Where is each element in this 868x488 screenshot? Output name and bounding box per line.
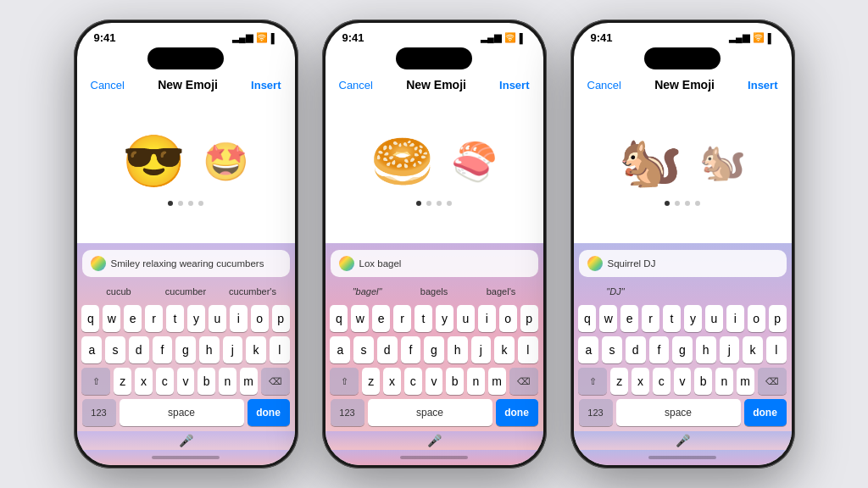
emoji-primary-3[interactable]: 🐿️ [619,136,682,187]
key-j-2[interactable]: j [471,336,492,363]
key-g-3[interactable]: g [672,336,693,363]
key-j-3[interactable]: j [720,336,740,363]
key-p-1[interactable]: p [272,305,290,332]
mic-icon-2[interactable]: 🎤 [427,434,442,447]
key-m-2[interactable]: m [488,368,506,395]
key-q-1[interactable]: q [81,305,99,332]
space-key-3[interactable]: space [616,399,741,426]
key-m-3[interactable]: m [737,368,754,395]
space-key-2[interactable]: space [368,399,492,426]
key-t-3[interactable]: t [663,305,681,332]
emoji-secondary-2[interactable]: 🍣 [451,143,498,180]
key-z-1[interactable]: z [114,368,131,395]
key-x-2[interactable]: x [383,368,401,395]
autocomplete-2-1[interactable]: "bagel" [334,285,401,298]
key-t-2[interactable]: t [415,305,432,332]
shift-key-3[interactable]: ⇧ [578,368,607,395]
emoji-secondary-1[interactable]: 🤩 [203,143,249,180]
insert-button-1[interactable]: Insert [251,79,281,92]
key-123-2[interactable]: 123 [331,399,364,426]
done-key-2[interactable]: done [496,399,538,426]
mic-icon-1[interactable]: 🎤 [179,434,193,447]
key-i-3[interactable]: i [726,305,744,332]
key-a-2[interactable]: a [330,336,350,363]
key-e-2[interactable]: e [372,305,390,332]
delete-key-1[interactable]: ⌫ [261,368,290,395]
key-p-2[interactable]: p [520,305,538,332]
key-l-2[interactable]: l [518,336,538,363]
key-e-1[interactable]: e [124,305,142,332]
key-a-1[interactable]: a [81,336,102,363]
key-o-2[interactable]: o [499,305,517,332]
key-h-3[interactable]: h [696,336,716,363]
autocomplete-1-1[interactable]: cucub [86,285,153,298]
key-f-3[interactable]: f [649,336,670,363]
cancel-button-2[interactable]: Cancel [339,79,373,92]
key-w-3[interactable]: w [599,305,617,332]
key-f-1[interactable]: f [153,336,173,363]
key-a-3[interactable]: a [578,336,598,363]
key-u-1[interactable]: u [209,305,226,332]
key-s-3[interactable]: s [602,336,622,363]
space-key-1[interactable]: space [120,399,244,426]
autocomplete-2-3[interactable]: bagel's [468,285,535,298]
key-w-1[interactable]: w [103,305,120,332]
key-o-3[interactable]: o [748,305,765,332]
search-field-3[interactable]: Squirrel DJ [579,250,787,277]
key-w-2[interactable]: w [351,305,369,332]
key-b-3[interactable]: b [694,368,712,395]
key-u-2[interactable]: u [457,305,475,332]
key-v-3[interactable]: v [674,368,692,395]
cancel-button-1[interactable]: Cancel [91,79,125,92]
key-x-3[interactable]: x [632,368,649,395]
delete-key-2[interactable]: ⌫ [509,368,538,395]
key-d-1[interactable]: d [129,336,149,363]
key-l-3[interactable]: l [766,336,787,363]
emoji-secondary-3[interactable]: 🐿️ [699,143,746,180]
key-v-1[interactable]: v [177,368,195,395]
key-g-1[interactable]: g [175,336,196,363]
key-g-2[interactable]: g [424,336,444,363]
key-b-1[interactable]: b [198,368,215,395]
autocomplete-3-1[interactable]: "DJ" [582,285,649,298]
key-r-3[interactable]: r [642,305,659,332]
key-f-2[interactable]: f [401,336,421,363]
key-c-3[interactable]: c [653,368,670,395]
key-q-3[interactable]: q [578,305,596,332]
key-y-3[interactable]: y [684,305,702,332]
delete-key-3[interactable]: ⌫ [758,368,787,395]
autocomplete-1-3[interactable]: cucumber's [220,285,287,298]
emoji-primary-2[interactable]: 🥯 [370,136,434,187]
autocomplete-2-2[interactable]: bagels [401,285,468,298]
mic-icon-3[interactable]: 🎤 [676,434,690,447]
key-z-2[interactable]: z [362,368,380,395]
cancel-button-3[interactable]: Cancel [587,79,621,92]
key-j-1[interactable]: j [223,336,243,363]
key-s-1[interactable]: s [105,336,125,363]
key-h-2[interactable]: h [448,336,468,363]
insert-button-2[interactable]: Insert [499,79,529,92]
key-m-1[interactable]: m [240,368,258,395]
search-field-1[interactable]: Smiley relaxing wearing cucumbers [82,250,290,277]
key-e-3[interactable]: e [620,305,638,332]
key-b-2[interactable]: b [446,368,464,395]
autocomplete-1-2[interactable]: cucumber [153,285,220,298]
key-k-3[interactable]: k [743,336,763,363]
key-k-2[interactable]: k [494,336,515,363]
shift-key-2[interactable]: ⇧ [330,368,359,395]
key-n-2[interactable]: n [467,368,485,395]
search-field-2[interactable]: Lox bagel [331,250,538,277]
key-r-1[interactable]: r [145,305,163,332]
key-y-2[interactable]: y [436,305,453,332]
key-c-2[interactable]: c [404,368,422,395]
key-n-1[interactable]: n [219,368,236,395]
key-y-1[interactable]: y [187,305,205,332]
key-t-1[interactable]: t [166,305,184,332]
key-n-3[interactable]: n [715,368,733,395]
key-z-3[interactable]: z [610,368,628,395]
key-123-3[interactable]: 123 [579,399,613,426]
emoji-primary-1[interactable]: 😎 [122,136,186,187]
shift-key-1[interactable]: ⇧ [81,368,110,395]
key-l-1[interactable]: l [270,336,290,363]
key-c-1[interactable]: c [156,368,174,395]
